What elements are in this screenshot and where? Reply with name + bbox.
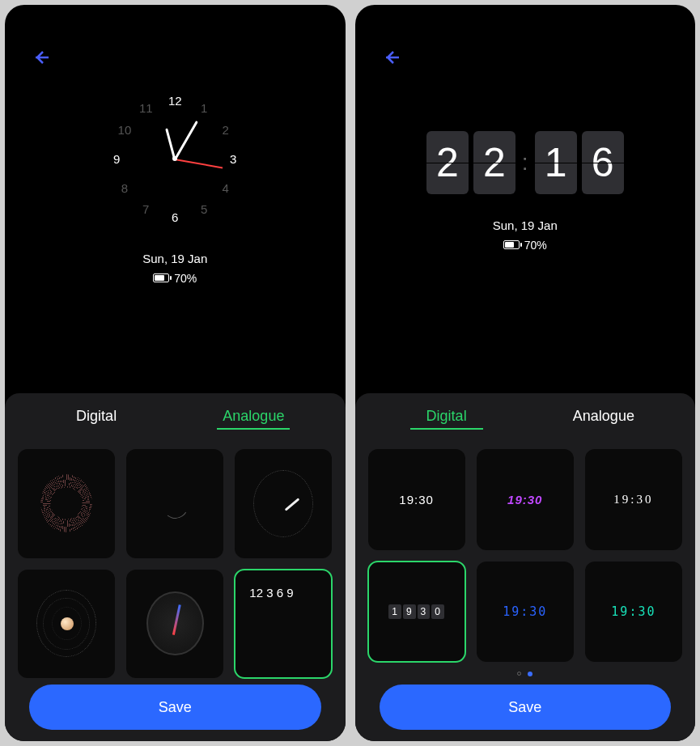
clock-number-9: 9 [113, 151, 120, 165]
flip-clock: 2 2 : 1 6 [426, 131, 624, 194]
clock-number-12: 12 [168, 93, 182, 107]
page-dot-1[interactable] [517, 672, 521, 676]
flip-digit-m2: 6 [582, 131, 624, 194]
flip-digit-h1: 2 [426, 131, 469, 194]
tab-digital[interactable]: Digital [368, 393, 525, 436]
date-label: Sun, 19 Jan [493, 218, 558, 232]
battery-percent: 70% [524, 239, 547, 252]
analogue-clock-face: 121234567891011 [106, 90, 244, 227]
analogue-style-1[interactable] [18, 449, 115, 558]
analogue-style-5[interactable] [126, 570, 223, 679]
tab-analogue[interactable]: Analogue [175, 393, 332, 436]
digital-style-purple[interactable]: 19:30 [477, 449, 574, 550]
style-grid: 19:30 19:30 19:30 1 9 3 0 19:30 19:30 [368, 436, 683, 668]
page-dot-2[interactable] [528, 672, 532, 676]
style-tabs: Digital Analogue [18, 393, 333, 436]
style-sheet: Digital Analogue 12 3 6 9 Save [5, 393, 346, 741]
back-button[interactable] [380, 45, 404, 70]
clock-number-10: 10 [118, 122, 132, 136]
analogue-style-2[interactable] [126, 449, 223, 558]
analogue-style-4[interactable] [18, 570, 115, 679]
page-indicator [368, 668, 683, 685]
clock-number-7: 7 [142, 201, 149, 215]
back-arrow-icon [382, 48, 401, 67]
clock-number-4: 4 [222, 180, 228, 194]
flip-digit-m1: 1 [535, 131, 577, 194]
clock-number-5: 5 [201, 201, 207, 215]
clock-number-3: 3 [230, 151, 236, 165]
battery-percent: 70% [174, 272, 197, 285]
digital-style-flip[interactable]: 1 9 3 0 [368, 562, 465, 663]
phone-analogue: 121234567891011 Sun, 19 Jan 70% Digital … [5, 5, 346, 741]
digital-style-dotgreen[interactable]: 19:30 [585, 562, 682, 663]
clock-preview: 2 2 : 1 6 Sun, 19 Jan 70% [355, 5, 696, 393]
battery-status: 70% [503, 239, 547, 252]
flip-colon: : [520, 150, 530, 176]
mini-analogue-face: 12 3 6 9 [249, 586, 317, 662]
battery-status: 70% [153, 272, 197, 285]
clock-number-11: 11 [139, 101, 153, 115]
digital-style-serif[interactable]: 19:30 [585, 449, 682, 550]
second-hand [175, 159, 223, 168]
minute-hand [174, 121, 198, 160]
save-button[interactable]: Save [380, 685, 672, 730]
clock-number-8: 8 [121, 180, 128, 194]
style-tabs: Digital Analogue [368, 393, 683, 436]
date-label: Sun, 19 Jan [142, 252, 207, 265]
flip-digit-h2: 2 [473, 131, 515, 194]
clock-number-1: 1 [201, 101, 207, 115]
digital-style-dotblue[interactable]: 19:30 [477, 562, 574, 663]
save-button[interactable]: Save [29, 685, 321, 730]
style-grid: 12 3 6 9 [18, 436, 333, 685]
tab-digital[interactable]: Digital [18, 393, 175, 436]
clock-number-2: 2 [222, 122, 228, 136]
hour-hand [165, 128, 176, 159]
back-button[interactable] [29, 45, 53, 70]
battery-icon [153, 273, 169, 282]
style-sheet: Digital Analogue 19:30 19:30 19:30 1 9 3… [355, 393, 696, 741]
clock-number-6: 6 [172, 210, 178, 223]
clock-center [172, 156, 177, 161]
phone-digital: 2 2 : 1 6 Sun, 19 Jan 70% Digital Analog… [355, 5, 696, 741]
back-arrow-icon [32, 48, 51, 67]
analogue-style-6[interactable]: 12 3 6 9 [235, 570, 332, 679]
digital-style-plain[interactable]: 19:30 [368, 449, 465, 550]
clock-preview: 121234567891011 Sun, 19 Jan 70% [5, 5, 346, 393]
flip-thumb: 1 9 3 0 [388, 604, 444, 619]
tab-analogue[interactable]: Analogue [525, 393, 682, 436]
analogue-style-3[interactable] [235, 449, 332, 558]
battery-icon [503, 240, 520, 249]
